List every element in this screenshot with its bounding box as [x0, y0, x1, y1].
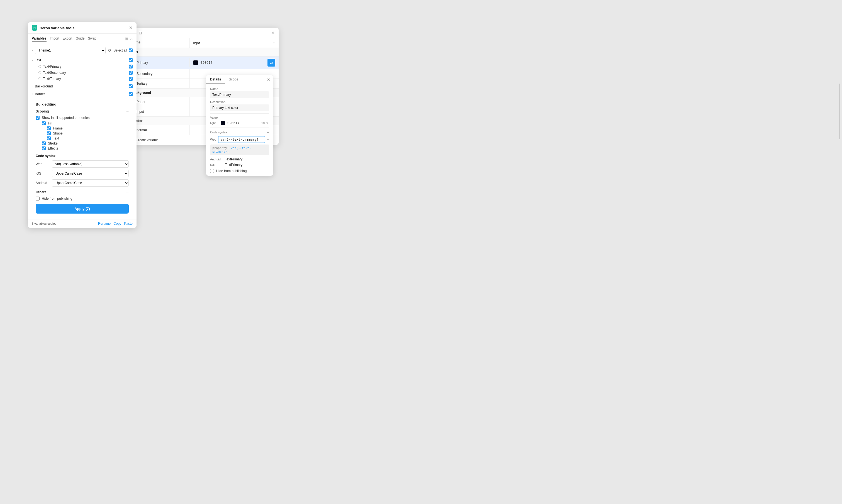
refresh-icon[interactable]: ↺ — [108, 48, 111, 53]
frame-check-row: Frame — [47, 126, 129, 130]
code-syntax-header: Code syntax + — [210, 130, 269, 134]
effects-label: Effects — [48, 146, 58, 150]
details-tab[interactable]: Details — [206, 75, 225, 84]
hide-publish-label: Hide from publishing — [42, 197, 72, 200]
android-row: Android TextPrimary — [210, 157, 269, 161]
code-syntax-add-icon[interactable]: + — [267, 130, 269, 134]
heron-close-button[interactable]: ✕ — [129, 25, 133, 30]
text-check-row: Text — [47, 137, 129, 140]
background-section-checkbox[interactable] — [129, 84, 133, 88]
select-all-row: Select all — [113, 49, 133, 52]
details-popup: Details Scope ✕ Name Text/Primary Descri… — [206, 75, 273, 176]
ios-code-select[interactable]: UpperCamelCase — [52, 170, 129, 177]
book-icon[interactable]: ⊞ — [125, 36, 128, 41]
web-code-row: Web var(--css-variable) — [36, 160, 129, 168]
others-collapse-button[interactable]: − — [126, 190, 129, 194]
web-code-minus-icon[interactable]: − — [267, 137, 269, 142]
code-preview: property: var(--text-primary); — [210, 145, 269, 155]
show-all-row: Show in all supported properties — [36, 116, 129, 120]
heron-footer: 5 variables copied Rename Copy Paste — [28, 219, 137, 228]
var-panel-close-button[interactable]: ✕ — [271, 31, 275, 35]
background-section-label: Background — [35, 84, 53, 88]
show-all-checkbox[interactable] — [36, 116, 39, 120]
ios-platform-label: iOS — [210, 163, 223, 166]
effects-checkbox[interactable] — [42, 146, 46, 150]
text-chevron-icon: › — [31, 59, 34, 60]
text-primary-dot-icon — [38, 65, 41, 68]
scoping-title: Scoping — [36, 109, 49, 113]
code-syntax-details: Code syntax + Web − property: var(--text… — [210, 130, 269, 167]
hide-publish-row: Hide from publishing — [36, 197, 129, 200]
code-syntax-collapse-button[interactable]: − — [126, 154, 129, 158]
ios-platform-label: iOS — [36, 172, 50, 176]
code-syntax-title: Code syntax — [210, 131, 227, 134]
scrollbar[interactable] — [839, 84, 840, 139]
tab-swap[interactable]: Swap — [88, 36, 96, 41]
heron-nav-tabs: Variables Import Export Guide Swap — [32, 36, 96, 41]
primary-adjust-button[interactable]: ⇄ — [267, 59, 275, 67]
apply-button[interactable]: Apply (7) — [36, 204, 129, 214]
text-tertiary-item: Text/Tertiary — [32, 76, 133, 82]
fill-check-row: Fill — [42, 121, 129, 125]
background-section-header[interactable]: › Background — [32, 83, 133, 90]
hide-publish-checkbox[interactable] — [36, 197, 39, 200]
stroke-label: Stroke — [48, 142, 58, 145]
web-code-select[interactable]: var(--css-variable) — [52, 160, 129, 168]
heron-titlebar: H Heron variable tools ✕ — [28, 22, 137, 34]
web-code-input[interactable] — [218, 136, 265, 143]
hide-from-publishing-checkbox[interactable] — [210, 169, 214, 173]
tab-export[interactable]: Export — [63, 36, 72, 41]
tab-import[interactable]: Import — [50, 36, 59, 41]
theme-expand-icon[interactable]: › — [32, 49, 33, 52]
text-tertiary-label: Text/Tertiary — [43, 77, 61, 81]
text-group-header: Text — [128, 48, 279, 56]
input-var-label: Input — [137, 110, 144, 114]
text-primary-label: Text/Primary — [43, 65, 62, 69]
bulk-editing-title: Bulk editing — [36, 102, 129, 106]
shape-checkbox[interactable] — [47, 131, 51, 135]
frame-checkbox[interactable] — [47, 126, 51, 130]
fill-checkbox[interactable] — [42, 121, 46, 125]
panel-toggle-icon[interactable]: ⊟ — [139, 31, 142, 35]
details-body: Name Text/Primary Description Primary te… — [206, 84, 273, 176]
text-section-header[interactable]: › Text — [32, 57, 133, 64]
add-mode-icon[interactable]: + — [273, 40, 275, 46]
name-label: Name — [210, 87, 269, 90]
web-code-platform-label: Web — [210, 138, 216, 141]
text-scoping-checkbox[interactable] — [47, 137, 51, 140]
border-section-header[interactable]: › Border — [32, 91, 133, 97]
theme-select[interactable]: Theme1 — [35, 47, 106, 54]
background-chevron-icon: › — [32, 85, 33, 88]
description-field: Description Primary text color — [210, 100, 269, 111]
rename-button[interactable]: Rename — [98, 222, 111, 226]
stroke-checkbox[interactable] — [42, 142, 46, 145]
paste-button[interactable]: Paste — [124, 222, 133, 226]
others-section: Others − Hide from publishing — [36, 190, 129, 200]
details-close-button[interactable]: ✕ — [264, 75, 273, 84]
android-code-select[interactable]: UpperCamelCase — [52, 179, 129, 186]
primary-var-row[interactable]: ◎ Primary 020617 ⇄ — [128, 56, 279, 69]
hide-from-publishing-row: Hide from publishing — [210, 169, 269, 173]
hide-from-publishing-label: Hide from publishing — [216, 169, 247, 173]
select-all-checkbox[interactable] — [129, 49, 133, 52]
text-section-checkbox[interactable] — [129, 58, 133, 62]
text-tertiary-checkbox[interactable] — [129, 77, 133, 81]
border-section-checkbox[interactable] — [129, 92, 133, 96]
tab-guide[interactable]: Guide — [75, 36, 84, 41]
value-row: light 020617 100% — [210, 121, 269, 125]
description-value: Primary text color — [210, 104, 269, 111]
text-secondary-checkbox[interactable] — [129, 71, 133, 75]
scoping-collapse-button[interactable]: − — [126, 109, 129, 114]
details-divider — [210, 113, 269, 114]
show-all-label: Show in all supported properties — [42, 116, 89, 120]
frame-label: Frame — [53, 126, 63, 130]
tab-variables[interactable]: Variables — [32, 36, 47, 41]
copy-button[interactable]: Copy — [113, 222, 121, 226]
select-all-label: Select all — [113, 49, 127, 52]
text-primary-checkbox[interactable] — [129, 65, 133, 69]
stroke-check-row: Stroke — [42, 142, 129, 145]
border-section-label: Border — [35, 92, 45, 96]
light-value-label: light — [210, 121, 218, 125]
home-icon[interactable]: ⌂ — [130, 36, 133, 41]
scope-tab[interactable]: Scope — [225, 75, 242, 84]
